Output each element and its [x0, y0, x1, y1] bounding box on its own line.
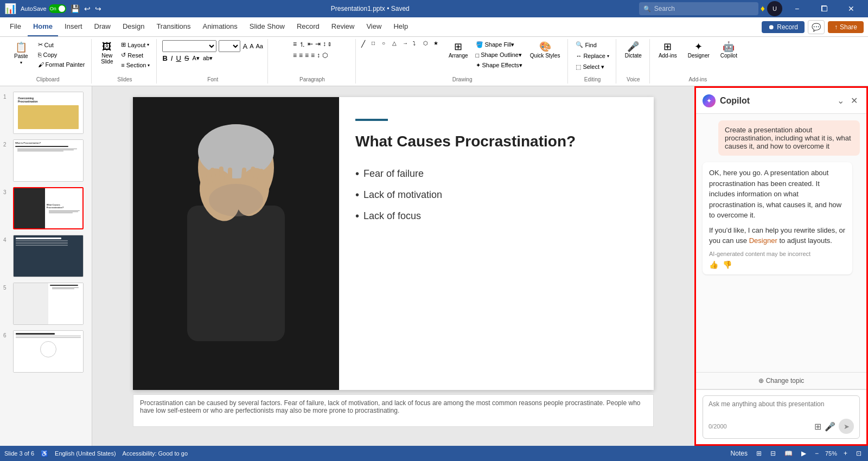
shape-outline-btn[interactable]: □ Shape Outline▾ [474, 50, 525, 60]
reading-view-btn[interactable]: 📖 [782, 449, 795, 458]
copilot-input[interactable] [709, 400, 854, 415]
shape-3[interactable]: ○ [382, 40, 392, 48]
line-spacing-btn[interactable]: ↕ [323, 40, 326, 49]
shape-fill-btn[interactable]: 🪣 Shape Fill▾ [474, 40, 525, 49]
copilot-chevron-btn[interactable]: ⌄ [835, 93, 846, 108]
normal-view-btn[interactable]: ⊞ [754, 449, 764, 458]
zoom-out-btn[interactable]: − [813, 449, 821, 458]
copilot-ribbon-button[interactable]: 🤖 Copilot [717, 40, 741, 60]
record-button[interactable]: ⏺ Record [762, 21, 805, 33]
columns-btn[interactable]: ⫾ [328, 40, 331, 49]
notes-btn[interactable]: Notes [729, 449, 750, 458]
cut-button[interactable]: ✂ Cut [36, 40, 87, 49]
comments-button[interactable]: 💬 [808, 20, 825, 34]
fit-slide-btn[interactable]: ⊡ [854, 449, 864, 458]
align-center-btn[interactable]: ≡ [299, 52, 303, 59]
italic-button[interactable]: I [171, 54, 173, 62]
copilot-mic-btn[interactable]: 🎤 [825, 421, 835, 432]
tab-record[interactable]: Record [291, 17, 325, 36]
decrease-font-btn[interactable]: A [250, 43, 253, 49]
thumbs-up-btn[interactable]: 👍 [709, 260, 718, 269]
format-painter-button[interactable]: 🖌 Format Painter [36, 60, 87, 69]
bullet-3[interactable]: • Lack of focus [355, 210, 637, 222]
undo-icon[interactable]: ↩ [84, 4, 91, 13]
thumbs-down-btn[interactable]: 👎 [723, 260, 732, 269]
tab-view[interactable]: View [361, 17, 387, 36]
shape-6[interactable]: ⤵ [413, 40, 423, 48]
slide-show-btn[interactable]: ▶ [799, 449, 808, 458]
dictate-button[interactable]: 🎤 Dictate [622, 40, 645, 60]
shape-1[interactable]: ╱ [361, 40, 371, 48]
shape-effects-btn[interactable]: ✦ Shape Effects▾ [474, 61, 525, 70]
bullet-2[interactable]: • Lack of motivation [355, 189, 637, 201]
replace-button[interactable]: ↔ Replace ▾ [573, 52, 611, 60]
notes-text[interactable]: Procrastination can be caused by several… [140, 399, 640, 414]
copilot-close-btn[interactable]: ✕ [848, 93, 860, 108]
slide-title[interactable]: What Causes Procrastination? [355, 132, 637, 151]
numbering-btn[interactable]: ⒈ [299, 40, 305, 49]
slide-thumb-5[interactable]: 5 [2, 281, 90, 326]
new-slide-button[interactable]: 🖼 NewSlide [97, 40, 117, 66]
redo-icon[interactable]: ↪ [95, 4, 101, 13]
search-box[interactable]: 🔍 [639, 2, 758, 15]
designer-link[interactable]: Designer [749, 236, 777, 245]
tab-insert[interactable]: Insert [59, 17, 88, 36]
minimize-button[interactable]: − [784, 0, 809, 17]
quick-styles-button[interactable]: 🎨 Quick Styles [527, 40, 564, 60]
indent-left-btn[interactable]: ⇤ [308, 40, 313, 49]
find-button[interactable]: 🔍 Find [573, 40, 598, 49]
reset-button[interactable]: ↺ Reset [119, 50, 152, 60]
slide-thumb-2[interactable]: 2 What is Procrastination? [2, 138, 90, 183]
slide-thumb-3[interactable]: 3 What CausesProcrastination? [2, 186, 90, 230]
font-size-select[interactable] [219, 40, 240, 52]
share-button[interactable]: ↑ Share [828, 21, 864, 33]
align-right-btn[interactable]: ≡ [305, 52, 309, 59]
autosave-toggle[interactable]: AutoSave On [21, 4, 66, 13]
shape-4[interactable]: △ [392, 40, 402, 48]
restore-button[interactable]: ⧠ [812, 0, 837, 17]
designer-button[interactable]: ✦ Designer [685, 40, 713, 60]
convert-to-smartart-btn[interactable]: ⬡ [322, 52, 328, 59]
copilot-attach-btn[interactable]: ⊞ [814, 421, 821, 432]
tab-slideshow[interactable]: Slide Show [244, 17, 290, 36]
tab-animations[interactable]: Animations [197, 17, 243, 36]
font-family-select[interactable] [162, 40, 216, 52]
copilot-send-btn[interactable]: ➤ [839, 419, 854, 434]
shape-5[interactable]: → [403, 40, 412, 48]
slide-thumb-4[interactable]: 4 [2, 234, 90, 278]
copy-button[interactable]: ⎘ Copy [36, 50, 87, 59]
paste-button[interactable]: 📋 Paste ▾ [9, 40, 34, 67]
highlight-color-btn[interactable]: ab▾ [203, 55, 213, 62]
arrange-button[interactable]: ⊞ Arrange [445, 40, 471, 60]
close-button[interactable]: ✕ [839, 0, 864, 17]
bullet-1[interactable]: • Fear of failure [355, 168, 637, 180]
shape-8[interactable]: ★ [433, 40, 443, 48]
zoom-in-btn[interactable]: + [841, 449, 850, 458]
user-avatar[interactable]: U [767, 1, 782, 16]
align-left-btn[interactable]: ≡ [293, 52, 297, 59]
tab-help[interactable]: Help [388, 17, 413, 36]
copilot-input-box[interactable]: 0/2000 ⊞ 🎤 ➤ [703, 395, 860, 439]
change-topic-button[interactable]: ⊕ Change topic [758, 377, 805, 385]
tab-transitions[interactable]: Transitions [151, 17, 196, 36]
increase-font-btn[interactable]: A [242, 42, 247, 50]
bullets-btn[interactable]: ≡ [293, 40, 297, 49]
autosave-switch[interactable]: On [49, 4, 66, 13]
slide-sorter-btn[interactable]: ⊟ [768, 449, 778, 458]
slide-canvas[interactable]: What Causes Procrastination? • Fear of f… [133, 97, 654, 390]
shape-7[interactable]: ⬡ [423, 40, 433, 48]
text-direction-btn[interactable]: ↕ [317, 52, 320, 59]
section-button[interactable]: ≡ Section ▾ [119, 61, 152, 69]
slide-thumb-1[interactable]: 1 OvercomingProcrastination [2, 91, 90, 135]
search-input[interactable] [654, 5, 754, 12]
layout-button[interactable]: ⊞ Layout ▾ [119, 40, 152, 49]
tab-draw[interactable]: Draw [89, 17, 116, 36]
font-color-btn[interactable]: A▾ [193, 55, 200, 62]
select-button[interactable]: ⬚ Select ▾ [573, 62, 607, 72]
tab-review[interactable]: Review [326, 17, 360, 36]
shape-2[interactable]: □ [372, 40, 381, 48]
clear-format-btn[interactable]: Aa [256, 43, 263, 49]
indent-right-btn[interactable]: ⇥ [315, 40, 321, 49]
justify-btn[interactable]: ≡ [311, 52, 315, 59]
tab-file[interactable]: File [4, 17, 27, 36]
